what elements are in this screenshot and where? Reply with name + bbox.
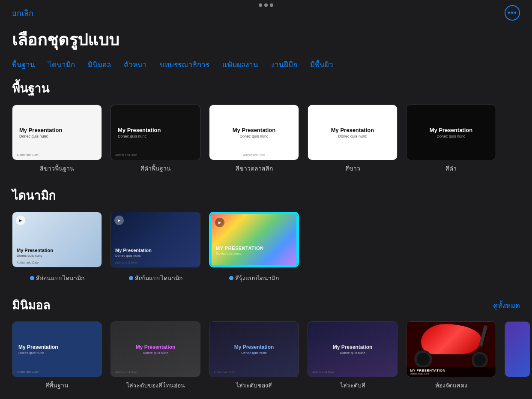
moto-thumb-subtitle: Donec quis nunc bbox=[410, 372, 492, 375]
dot-2 bbox=[264, 3, 268, 7]
thumb-dynamic-dark-bg: ▶ My Presentation Donec quis nunc Author… bbox=[111, 212, 200, 267]
template-white-basic[interactable]: My Presentation Donec quis nunc Author a… bbox=[12, 105, 102, 173]
tab-handmade[interactable]: งานฝีมือ bbox=[271, 59, 297, 70]
thumb-subtitle: Donec quis nunc bbox=[239, 134, 268, 138]
thumb-partial bbox=[505, 321, 530, 377]
thumb-white: My Presentation Donec quis nunc bbox=[308, 105, 398, 160]
dyn-author: Author and Date bbox=[17, 261, 39, 264]
thumb-white-classic-bg: My Presentation Donec quis nunc Author a… bbox=[209, 105, 299, 160]
thumb-minimal-purple-grad: My Presentation Donec quis nunc Author a… bbox=[308, 321, 398, 377]
thumb-title: My Presentation bbox=[216, 246, 263, 251]
template-black-basic[interactable]: My Presentation Donec quis nunc Author a… bbox=[111, 105, 200, 173]
thumb-title: My Presentation bbox=[233, 127, 275, 133]
basic-templates-grid: My Presentation Donec quis nunc Author a… bbox=[12, 105, 520, 173]
tab-editorial[interactable]: บทบรรณาธิการ bbox=[160, 59, 209, 70]
thumb-minimal-grad-light-bg: My Presentation Donec quis nunc Author a… bbox=[111, 322, 200, 377]
thumb-title: My Presentation bbox=[136, 344, 176, 350]
template-label: ไล่ระดับสี bbox=[340, 381, 365, 390]
template-minimal-purple-grad[interactable]: My Presentation Donec quis nunc Author a… bbox=[308, 321, 398, 390]
thumb-minimal-dark-grad: My Presentation Donec quis nunc Author a… bbox=[209, 321, 299, 377]
thumb-author: Author and Date bbox=[17, 153, 39, 156]
thumb-title: My Presentation bbox=[18, 344, 96, 350]
more-button[interactable]: ••• bbox=[505, 5, 520, 21]
dyn-thumb-text: My Presentation Donec quis nunc bbox=[17, 248, 53, 258]
thumb-dynamic-vivid: ▶ My Presentation Donec quis nunc bbox=[209, 212, 299, 267]
thumb-title: My Presentation bbox=[19, 127, 95, 133]
page-title: เลือกชุดรูปแบบ bbox=[0, 22, 532, 59]
basic-section-header: พื้นฐาน bbox=[12, 79, 520, 98]
minimal-section-header: มินิมอล ดูทั้งหมด bbox=[12, 296, 520, 315]
minimal-templates-grid: My Presentation Donec quis nunc Author a… bbox=[12, 321, 520, 390]
template-white[interactable]: My Presentation Donec quis nunc สีขาว bbox=[308, 105, 398, 173]
thumb-partial-bg bbox=[505, 322, 530, 377]
thumb-dynamic-light-bg: ▶ My Presentation Donec quis nunc Author… bbox=[12, 212, 102, 267]
thumb-title: My Presentation bbox=[430, 127, 472, 133]
thumb-dynamic-vivid-bg: ▶ My Presentation Donec quis nunc bbox=[210, 213, 298, 266]
template-label-dot: สีอ่อนแบบไดนามิก bbox=[30, 273, 84, 283]
tab-minimal[interactable]: มินิมอล bbox=[88, 59, 111, 70]
template-label-dot: สีเข้มแบบไดนามิก bbox=[129, 273, 182, 283]
template-label: ไล่ระดับของสี bbox=[236, 381, 272, 390]
thumb-moto-bg: My Presentation Donec quis nunc bbox=[406, 322, 496, 377]
see-all-button[interactable]: ดูทั้งหมด bbox=[493, 300, 520, 311]
template-label: ห้องจัดแสดง bbox=[435, 381, 467, 390]
template-label: สีขาวคลาสสิก bbox=[236, 164, 273, 173]
cancel-button[interactable]: ยกเลิก bbox=[12, 7, 33, 19]
template-partial[interactable] bbox=[505, 321, 530, 390]
dynamic-section-header: ไดนามิก bbox=[12, 186, 520, 205]
thumb-dynamic-dark: ▶ My Presentation Donec quis nunc Author… bbox=[111, 212, 200, 267]
minimal-section: มินิมอล ดูทั้งหมด My Presentation Donec … bbox=[0, 296, 532, 399]
thumb-minimal-room: My Presentation Donec quis nunc bbox=[406, 321, 496, 377]
tab-bold[interactable]: ตัวหนา bbox=[124, 59, 147, 70]
template-black[interactable]: My Presentation Donec quis nunc สีดำ bbox=[406, 105, 496, 173]
thumb-minimal-grad-light: My Presentation Donec quis nunc Author a… bbox=[111, 321, 200, 377]
thumb-black-basic: My Presentation Donec quis nunc Author a… bbox=[111, 105, 200, 160]
template-dynamic-dark[interactable]: ▶ My Presentation Donec quis nunc Author… bbox=[111, 212, 200, 283]
thumb-subtitle: Donec quis nunc bbox=[17, 254, 53, 258]
tab-texture[interactable]: มีพื้นผิว bbox=[310, 59, 333, 70]
dot-indicator bbox=[229, 276, 233, 280]
template-dynamic-light[interactable]: ▶ My Presentation Donec quis nunc Author… bbox=[12, 212, 102, 283]
template-minimal-dark-grad[interactable]: My Presentation Donec quis nunc Author a… bbox=[209, 321, 299, 390]
basic-section: พื้นฐาน My Presentation Donec quis nunc … bbox=[0, 79, 532, 186]
thumb-black-basic-bg: My Presentation Donec quis nunc Author a… bbox=[111, 105, 200, 160]
thumb-white-basic-bg: My Presentation Donec quis nunc Author a… bbox=[12, 105, 102, 160]
template-label: สีดำพื้นฐาน bbox=[140, 164, 171, 173]
template-label: สีอ่อนแบบไดนามิก bbox=[36, 273, 84, 283]
moto-text-area: My Presentation Donec quis nunc bbox=[406, 367, 496, 377]
thumb-author: Author and Date bbox=[214, 371, 236, 374]
template-label: สีดำ bbox=[445, 164, 457, 173]
tab-dynamic[interactable]: ไดนามิก bbox=[48, 59, 75, 70]
template-minimal-blue[interactable]: My Presentation Donec quis nunc Author a… bbox=[12, 321, 102, 390]
thumb-minimal-purple-grad-bg: My Presentation Donec quis nunc Author a… bbox=[308, 322, 397, 377]
tab-portfolio[interactable]: แฟ้มผลงาน bbox=[222, 59, 258, 70]
moto-thumb-title: My Presentation bbox=[410, 369, 492, 372]
thumb-minimal-blue-bg: My Presentation Donec quis nunc Author a… bbox=[12, 322, 102, 377]
play-icon: ▶ bbox=[114, 216, 124, 225]
thumb-dynamic-light: ▶ My Presentation Donec quis nunc Author… bbox=[12, 212, 102, 267]
thumb-subtitle: Donec quis nunc bbox=[115, 254, 152, 258]
template-minimal-grad-light[interactable]: My Presentation Donec quis nunc Author a… bbox=[111, 321, 200, 390]
thumb-minimal-blue: My Presentation Donec quis nunc Author a… bbox=[12, 321, 102, 377]
template-minimal-room[interactable]: My Presentation Donec quis nunc ห้องจัดแ… bbox=[406, 321, 496, 390]
dynamic-section: ไดนามิก ▶ My Presentation Donec quis nun… bbox=[0, 186, 532, 296]
template-white-classic[interactable]: My Presentation Donec quis nunc Author a… bbox=[209, 105, 299, 173]
template-label: สีเข้มแบบไดนามิก bbox=[135, 273, 182, 283]
template-label: สีพื้นฐาน bbox=[45, 381, 69, 390]
template-dynamic-vivid[interactable]: ▶ My Presentation Donec quis nunc สีรุ้ง… bbox=[209, 212, 299, 283]
thumb-author: Author and Date bbox=[312, 371, 334, 374]
tab-basic[interactable]: พื้นฐาน bbox=[12, 59, 35, 70]
thumb-subtitle: Donec quis nunc bbox=[241, 351, 267, 355]
thumb-subtitle: Donec quis nunc bbox=[19, 134, 95, 138]
dot-1 bbox=[259, 3, 262, 7]
thumb-subtitle: Donec quis nunc bbox=[118, 134, 193, 138]
thumb-subtitle: Donec quis nunc bbox=[216, 252, 263, 255]
thumb-white-basic: My Presentation Donec quis nunc Author a… bbox=[12, 105, 102, 160]
template-label-dot: สีรุ้งแบบไดนามิก bbox=[229, 273, 279, 283]
thumb-subtitle: Donec quis nunc bbox=[338, 134, 367, 138]
thumb-title: My Presentation bbox=[331, 127, 374, 133]
thumb-black: My Presentation Donec quis nunc bbox=[406, 105, 496, 160]
thumb-subtitle: Donec quis nunc bbox=[436, 134, 465, 138]
thumb-subtitle: Donec quis nunc bbox=[18, 351, 96, 355]
dyn-author-dark: Author and Date bbox=[115, 261, 137, 264]
